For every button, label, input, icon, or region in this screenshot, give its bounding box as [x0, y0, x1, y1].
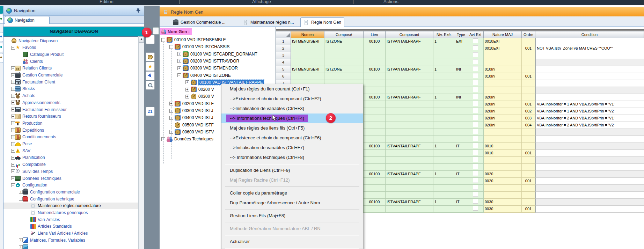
- cell-niv[interactable]: [433, 87, 455, 94]
- cell-avt[interactable]: [467, 150, 484, 157]
- expander-plus-icon[interactable]: +: [19, 238, 23, 242]
- sidebar-item[interactable]: +Planification: [3, 154, 138, 161]
- context-menu-item[interactable]: Maj des règles du lien courant (Ctrl+F1): [221, 84, 363, 94]
- nomgen-tree-item[interactable]: +00600 VAD ISTV: [169, 129, 214, 136]
- checkbox-avt-exi[interactable]: [473, 150, 478, 155]
- sidebar-item[interactable]: +Conditionnements: [3, 134, 138, 140]
- cell-lien[interactable]: [364, 59, 386, 66]
- cell-condition[interactable]: [535, 178, 644, 185]
- expander-minus-icon[interactable]: −: [11, 46, 15, 50]
- nomgen-tree-item[interactable]: +00300 VAD ISTJ: [169, 107, 213, 114]
- nomgen-tree-item[interactable]: 00500 VAD ISTF: [169, 122, 214, 129]
- cell-avt[interactable]: [467, 52, 484, 59]
- cell-condition[interactable]: [535, 143, 644, 150]
- cell-condition[interactable]: [535, 80, 644, 87]
- tab-maintenance-r-gles-n-[interactable]: Maintenance régles n...: [243, 19, 294, 26]
- expander-plus-icon[interactable]: +: [19, 190, 23, 194]
- cell-ordre[interactable]: 001: [522, 45, 535, 52]
- cell-composant[interactable]: [386, 122, 433, 129]
- cell-avt[interactable]: [467, 45, 484, 52]
- cell-lien[interactable]: 00100: [364, 94, 386, 101]
- context-menu-item[interactable]: Coller copie du paramétrage: [221, 188, 363, 198]
- cell-lien[interactable]: 00100: [364, 199, 386, 206]
- collapse-button[interactable]: [153, 27, 159, 35]
- cell-condition[interactable]: [535, 129, 644, 136]
- cell-condition[interactable]: [535, 199, 644, 206]
- cell-lien[interactable]: 00100: [364, 38, 386, 45]
- toolbar-magnifier-icon[interactable]: [146, 81, 155, 90]
- cell-lien[interactable]: [364, 45, 386, 52]
- column-header-Nomen[interactable]: Nomen: [291, 31, 324, 38]
- cell-avt[interactable]: [467, 143, 484, 150]
- cell-type[interactable]: [455, 108, 467, 115]
- column-header-Composant[interactable]: Composant: [386, 31, 433, 38]
- sidebar-item[interactable]: Catalogue Produit: [3, 51, 138, 58]
- sidebar-item[interactable]: +Suivi des Temps: [3, 168, 138, 175]
- cell-type[interactable]: IT: [455, 171, 467, 178]
- expander-plus-icon[interactable]: +: [19, 245, 23, 249]
- sidebar-item[interactable]: Navigateur Diapason: [3, 37, 138, 44]
- cell-nomen[interactable]: [291, 59, 324, 66]
- cell-type[interactable]: [455, 52, 467, 59]
- cell-nature[interactable]: 020Ini: [484, 101, 522, 108]
- checkbox-avt-exi[interactable]: [473, 101, 478, 106]
- cell-lien[interactable]: [364, 52, 386, 59]
- cell-niv[interactable]: [433, 185, 455, 192]
- context-menu-item[interactable]: -->Initialisation de variables (Ctrl+F7): [221, 143, 363, 153]
- menu-affichage[interactable]: Affichage: [252, 0, 271, 4]
- context-menu-item[interactable]: -->Existence et choix du composant (Ctrl…: [221, 94, 363, 104]
- cell-composant[interactable]: [386, 101, 433, 108]
- expander-plus-icon[interactable]: +: [11, 80, 15, 84]
- cell-condition[interactable]: [535, 164, 644, 171]
- cell-condition[interactable]: [535, 87, 644, 94]
- sidebar-item[interactable]: Nomenclatures génériques: [3, 210, 138, 216]
- cell-lien[interactable]: [364, 108, 386, 115]
- checkbox-avt-exi[interactable]: [473, 87, 478, 92]
- cell-ordre[interactable]: [522, 136, 535, 143]
- checkbox-avt-exi[interactable]: [473, 136, 478, 141]
- checkbox-avt-exi[interactable]: [473, 143, 478, 148]
- row-number[interactable]: 1: [276, 38, 291, 45]
- scroll-up-arrow[interactable]: ▲: [139, 36, 144, 43]
- cell-composant[interactable]: ISTVANTAILFRAPF: [386, 171, 433, 178]
- sidebar-item[interactable]: +Gestion Commerciale: [3, 72, 138, 79]
- cell-ordre[interactable]: [522, 87, 535, 94]
- cell-type[interactable]: [455, 178, 467, 185]
- cell-nature[interactable]: [484, 59, 522, 66]
- cell-niv[interactable]: [433, 206, 455, 213]
- cell-nature[interactable]: 0010EXI: [484, 45, 522, 52]
- expander-plus-icon[interactable]: +: [177, 66, 181, 70]
- cell-nature[interactable]: [484, 87, 522, 94]
- navigation-tree-scrollbar[interactable]: ▲: [138, 36, 144, 249]
- cell-avt[interactable]: [467, 66, 484, 73]
- cell-condition[interactable]: VBA.InoNorIter = 1 AND VBA.IStVtlPrin = …: [535, 108, 644, 115]
- cell-type[interactable]: [455, 192, 467, 199]
- cell-lien[interactable]: [364, 192, 386, 199]
- cell-ordre[interactable]: [522, 80, 535, 87]
- cell-avt[interactable]: [467, 136, 484, 143]
- cell-condition[interactable]: [535, 150, 644, 157]
- cell-ordre[interactable]: [522, 59, 535, 66]
- column-header-Condition[interactable]: Condition: [535, 31, 644, 38]
- cell-niv[interactable]: [433, 136, 455, 143]
- expander-plus-icon[interactable]: +: [11, 176, 15, 180]
- checkbox-avt-exi[interactable]: [473, 164, 478, 169]
- context-menu-item[interactable]: Gestion Liens Fils (Maj+F8): [221, 211, 363, 221]
- column-header-Avt Exi[interactable]: Avt Exi: [467, 31, 484, 38]
- cell-compose[interactable]: [324, 59, 364, 66]
- column-header-Niv. Exé.[interactable]: Niv. Exé.: [433, 31, 455, 38]
- cell-composant[interactable]: [386, 178, 433, 185]
- cell-condition[interactable]: [535, 59, 644, 66]
- expander-plus-icon[interactable]: +: [11, 101, 15, 104]
- checkbox-avt-exi[interactable]: [473, 171, 478, 176]
- cell-ordre[interactable]: 001: [522, 150, 535, 157]
- column-header-Composé[interactable]: Composé: [324, 31, 364, 38]
- sidebar-item[interactable]: +Retours fournisseurs: [3, 113, 138, 120]
- cell-condition[interactable]: [535, 192, 644, 199]
- menu-actions[interactable]: Actions: [383, 0, 398, 4]
- cell-composant[interactable]: ISTVANTAILFRAPF: [386, 94, 433, 101]
- nomgen-tree-item[interactable]: +00200 VAD ISTTRAVDOR: [177, 58, 239, 65]
- expander-plus-icon[interactable]: +: [11, 94, 15, 98]
- cell-avt[interactable]: [467, 108, 484, 115]
- cell-avt[interactable]: [467, 178, 484, 185]
